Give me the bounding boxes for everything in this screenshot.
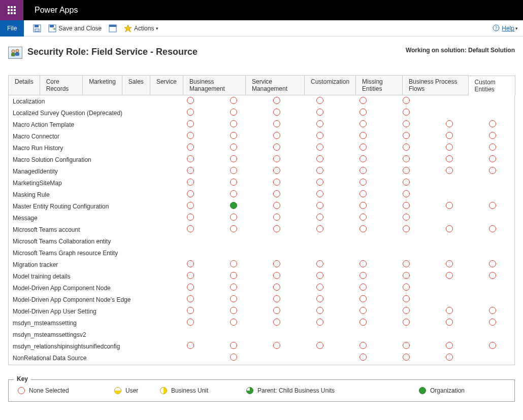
permission-cell[interactable] — [169, 329, 212, 340]
permission-cell[interactable] — [169, 200, 212, 212]
permission-cell[interactable] — [428, 294, 471, 305]
permission-cell[interactable] — [471, 305, 514, 317]
permission-cell[interactable] — [255, 177, 299, 189]
permission-cell[interactable] — [471, 259, 514, 270]
permission-cell[interactable] — [169, 189, 212, 200]
permission-cell[interactable] — [299, 364, 342, 365]
permission-cell[interactable] — [212, 130, 255, 142]
permission-cell[interactable] — [385, 224, 428, 235]
permission-cell[interactable] — [471, 130, 514, 142]
permission-cell[interactable] — [385, 247, 428, 259]
permission-cell[interactable] — [385, 329, 428, 340]
permission-cell[interactable] — [342, 364, 385, 365]
permission-cell[interactable] — [428, 352, 471, 364]
permission-cell[interactable] — [385, 200, 428, 212]
permission-cell[interactable] — [255, 270, 299, 282]
permission-cell[interactable] — [299, 130, 342, 142]
permission-cell[interactable] — [471, 247, 514, 259]
permission-cell[interactable] — [212, 259, 255, 270]
permission-cell[interactable] — [255, 294, 299, 305]
permission-cell[interactable] — [428, 189, 471, 200]
permission-cell[interactable] — [169, 317, 212, 329]
permission-cell[interactable] — [471, 119, 514, 130]
permission-cell[interactable] — [385, 364, 428, 365]
permission-cell[interactable] — [212, 154, 255, 165]
permission-cell[interactable] — [212, 282, 255, 294]
permission-cell[interactable] — [212, 189, 255, 200]
permission-cell[interactable] — [385, 130, 428, 142]
permission-cell[interactable] — [255, 329, 299, 340]
permission-cell[interactable] — [299, 235, 342, 247]
permission-cell[interactable] — [471, 154, 514, 165]
permission-cell[interactable] — [385, 177, 428, 189]
permission-cell[interactable] — [342, 224, 385, 235]
permission-cell[interactable] — [212, 95, 255, 107]
tab-service[interactable]: Service — [150, 75, 183, 95]
permission-cell[interactable] — [342, 340, 385, 352]
permission-cell[interactable] — [342, 142, 385, 154]
permission-cell[interactable] — [169, 294, 212, 305]
permission-cell[interactable] — [471, 317, 514, 329]
permission-cell[interactable] — [212, 270, 255, 282]
permission-cell[interactable] — [212, 364, 255, 365]
permission-cell[interactable] — [299, 224, 342, 235]
tab-core-records[interactable]: Core Records — [40, 75, 83, 95]
permission-cell[interactable] — [385, 95, 428, 107]
permission-cell[interactable] — [255, 154, 299, 165]
permission-cell[interactable] — [471, 364, 514, 365]
permission-cell[interactable] — [342, 177, 385, 189]
permission-cell[interactable] — [385, 259, 428, 270]
permission-cell[interactable] — [385, 317, 428, 329]
permission-cell[interactable] — [255, 200, 299, 212]
permission-cell[interactable] — [428, 340, 471, 352]
permission-cell[interactable] — [255, 107, 299, 119]
permission-cell[interactable] — [169, 247, 212, 259]
permission-cell[interactable] — [342, 305, 385, 317]
permission-cell[interactable] — [299, 119, 342, 130]
permission-cell[interactable] — [299, 154, 342, 165]
tab-custom-entities[interactable]: Custom Entities — [468, 76, 516, 95]
permission-cell[interactable] — [471, 165, 514, 177]
permission-cell[interactable] — [385, 189, 428, 200]
permission-cell[interactable] — [169, 305, 212, 317]
permission-cell[interactable] — [471, 329, 514, 340]
permission-cell[interactable] — [255, 235, 299, 247]
permission-cell[interactable] — [299, 270, 342, 282]
permission-cell[interactable] — [169, 177, 212, 189]
permission-cell[interactable] — [342, 282, 385, 294]
permission-cell[interactable] — [255, 189, 299, 200]
permission-cell[interactable] — [428, 165, 471, 177]
permission-cell[interactable] — [471, 200, 514, 212]
permission-cell[interactable] — [255, 305, 299, 317]
permission-cell[interactable] — [385, 154, 428, 165]
permission-cell[interactable] — [428, 235, 471, 247]
tab-business-management[interactable]: Business Management — [183, 75, 246, 95]
permission-cell[interactable] — [255, 130, 299, 142]
permission-cell[interactable] — [212, 200, 255, 212]
permission-cell[interactable] — [342, 294, 385, 305]
permission-cell[interactable] — [169, 154, 212, 165]
permission-cell[interactable] — [428, 247, 471, 259]
save-and-close-button[interactable]: Save and Close — [46, 23, 104, 33]
permission-cell[interactable] — [471, 189, 514, 200]
permission-cell[interactable] — [255, 352, 299, 364]
permission-cell[interactable] — [169, 224, 212, 235]
permission-cell[interactable] — [255, 95, 299, 107]
permission-cell[interactable] — [385, 340, 428, 352]
permission-cell[interactable] — [385, 282, 428, 294]
permission-cell[interactable] — [212, 212, 255, 224]
permission-cell[interactable] — [428, 200, 471, 212]
permission-cell[interactable] — [299, 212, 342, 224]
permission-cell[interactable] — [342, 200, 385, 212]
permissions-grid-scroll[interactable]: LocalizationLocalized Survey Question (D… — [9, 95, 514, 365]
tab-details[interactable]: Details — [8, 75, 40, 95]
permission-cell[interactable] — [169, 130, 212, 142]
permission-cell[interactable] — [212, 142, 255, 154]
permission-cell[interactable] — [342, 329, 385, 340]
permission-cell[interactable] — [471, 224, 514, 235]
permission-cell[interactable] — [169, 95, 212, 107]
permission-cell[interactable] — [428, 212, 471, 224]
permission-cell[interactable] — [385, 305, 428, 317]
permission-cell[interactable] — [299, 317, 342, 329]
permission-cell[interactable] — [299, 329, 342, 340]
